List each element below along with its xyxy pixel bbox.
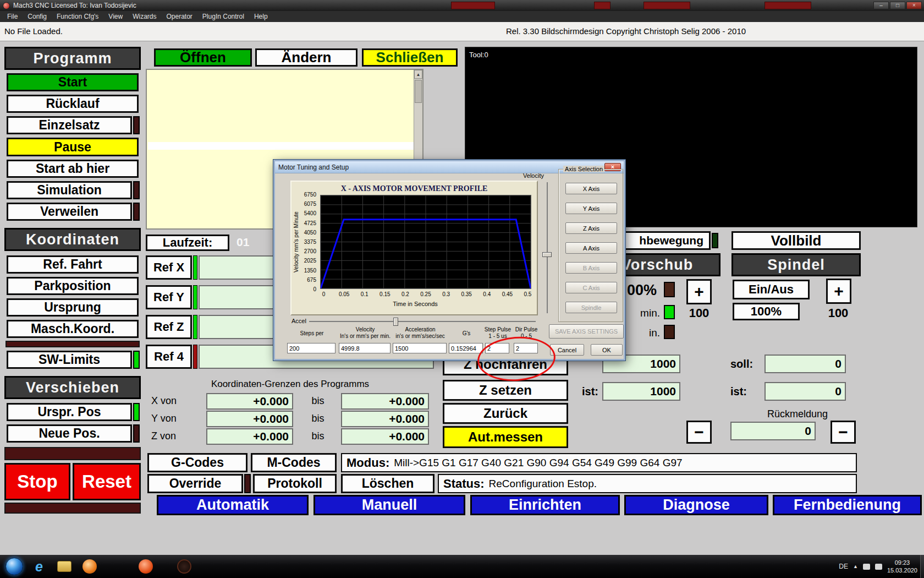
velocity-input[interactable] bbox=[339, 343, 391, 353]
menu-file[interactable]: File bbox=[2, 11, 23, 22]
aut-messen-button[interactable]: Aut.messen bbox=[443, 426, 568, 448]
protokoll-button[interactable]: Protokoll bbox=[253, 474, 337, 493]
acceleration-input[interactable] bbox=[393, 343, 447, 353]
start-ab-hier-button[interactable]: Start ab hier bbox=[7, 160, 139, 178]
vorschub-minus-button[interactable]: − bbox=[686, 421, 712, 444]
spindel-plus-button[interactable]: + bbox=[826, 279, 851, 304]
volume-icon[interactable] bbox=[875, 564, 882, 570]
g-codes-button[interactable]: G-Codes bbox=[147, 453, 248, 472]
m-codes-button[interactable]: M-Codes bbox=[251, 453, 337, 472]
tab-automatik[interactable]: Automatik bbox=[157, 495, 309, 515]
menu-help[interactable]: Help bbox=[249, 11, 273, 22]
minimize-icon[interactable]: – bbox=[873, 2, 889, 9]
menu-plugin-control[interactable]: PlugIn Control bbox=[197, 11, 249, 22]
language-indicator[interactable]: DE bbox=[839, 563, 848, 570]
maximize-icon[interactable]: □ bbox=[890, 2, 905, 9]
scrollbar-thumb[interactable] bbox=[415, 80, 422, 103]
ok-button[interactable]: OK bbox=[591, 344, 623, 356]
simulation-button[interactable]: Simulation bbox=[7, 181, 132, 199]
ie-glyph: e bbox=[35, 559, 43, 575]
y-tick-label: 5400 bbox=[304, 210, 316, 216]
velocity-slider[interactable] bbox=[547, 182, 548, 313]
ref-x-button[interactable]: Ref X bbox=[146, 255, 192, 280]
mach3-taskbar-icon[interactable] bbox=[177, 559, 191, 574]
urspr-pos-button[interactable]: Urspr. Pos bbox=[7, 403, 132, 421]
menubar: File Config Function Cfg's View Wizards … bbox=[0, 11, 924, 22]
explorer-folder-icon[interactable] bbox=[57, 559, 72, 574]
grenzen-x-bis-label: bis bbox=[306, 395, 330, 407]
einzelsatz-button[interactable]: Einzelsatz bbox=[7, 116, 132, 134]
close-icon[interactable]: × bbox=[906, 2, 922, 9]
ref-z-button[interactable]: Ref Z bbox=[146, 315, 192, 339]
start-orb-icon[interactable] bbox=[6, 558, 23, 575]
ref-y-button[interactable]: Ref Y bbox=[146, 285, 192, 309]
y-axis-button[interactable]: Y Axis bbox=[565, 203, 617, 214]
y-tick-label: 4050 bbox=[304, 230, 316, 236]
scroll-up-icon[interactable]: ▲ bbox=[414, 70, 422, 79]
show-desktop-button[interactable] bbox=[920, 555, 924, 578]
spindel-minus-button[interactable]: − bbox=[831, 421, 856, 444]
override-button[interactable]: Override bbox=[147, 474, 243, 493]
loeschen-button[interactable]: Löschen bbox=[341, 474, 435, 493]
ursprung-button[interactable]: Ursprung bbox=[7, 298, 139, 317]
ref-fahrt-button[interactable]: Ref. Fahrt bbox=[7, 255, 139, 274]
verweilen-button[interactable]: Verweilen bbox=[7, 203, 132, 221]
modus-box: Modus: Mill->G15 G1 G17 G40 G21 G90 G94 … bbox=[341, 453, 857, 472]
taskbar-clock[interactable]: 09:23 15.03.2020 bbox=[887, 559, 917, 574]
pause-button[interactable]: Pause bbox=[7, 138, 139, 156]
vollbild-button[interactable]: Vollbild bbox=[732, 231, 861, 250]
internet-explorer-icon[interactable]: e bbox=[32, 559, 46, 574]
grenzen-y-bis: +0.000 bbox=[341, 411, 429, 427]
menu-wizards[interactable]: Wizards bbox=[128, 11, 161, 22]
accel-slider-thumb[interactable] bbox=[393, 318, 398, 326]
z-axis-button[interactable]: Z Axis bbox=[565, 222, 617, 234]
laufzeit-button[interactable]: Laufzeit: bbox=[146, 235, 229, 251]
neue-pos-button[interactable]: Neue Pos. bbox=[7, 424, 132, 443]
tab-manuell[interactable]: Manuell bbox=[314, 495, 465, 515]
spindle-button[interactable]: Spindle bbox=[565, 302, 617, 313]
vorschub-unit-min: min. bbox=[627, 307, 660, 319]
b-axis-button[interactable]: B Axis bbox=[565, 262, 617, 274]
menu-operator[interactable]: Operator bbox=[162, 11, 197, 22]
vorschub-plus-button[interactable]: + bbox=[686, 279, 712, 304]
spindel-ein-aus-button[interactable]: Ein/Aus bbox=[733, 280, 810, 299]
ref-4-led bbox=[193, 345, 197, 369]
accel-slider[interactable] bbox=[309, 321, 536, 322]
chart-x-axis-label: Time in Seconds bbox=[292, 301, 539, 307]
zurueck-button[interactable]: Zurück bbox=[443, 403, 568, 424]
masch-koord-button[interactable]: Masch.Koord. bbox=[7, 320, 139, 338]
browser-ball-icon[interactable] bbox=[139, 559, 153, 574]
menu-function-cfgs[interactable]: Function Cfg's bbox=[52, 11, 103, 22]
ruecklauf-button[interactable]: Rücklauf bbox=[7, 95, 139, 113]
oeffnen-button[interactable]: Öffnen bbox=[154, 48, 252, 67]
menu-view[interactable]: View bbox=[103, 11, 128, 22]
chart-y-ticks: 6750607554004725405033752700202513506750 bbox=[292, 192, 318, 292]
tab-diagnose[interactable]: Diagnose bbox=[624, 495, 768, 515]
tray-expand-icon[interactable]: ▲ bbox=[853, 564, 858, 569]
schliessen-button[interactable]: Schließen bbox=[362, 48, 458, 67]
start-button[interactable]: Start bbox=[7, 73, 139, 91]
save-axis-settings-button[interactable]: SAVE AXIS SETTINGS bbox=[549, 324, 624, 339]
tab-einrichten[interactable]: Einrichten bbox=[470, 495, 620, 515]
velocity-slider-thumb[interactable] bbox=[542, 252, 552, 257]
koordinaten-header: Koordinaten bbox=[4, 228, 141, 251]
z-setzen-button[interactable]: Z setzen bbox=[443, 380, 568, 401]
parkposition-button[interactable]: Parkposition bbox=[7, 277, 139, 295]
reset-button[interactable]: Reset bbox=[73, 463, 141, 500]
gs-input[interactable] bbox=[449, 343, 483, 353]
sw-limits-button[interactable]: SW-Limits bbox=[7, 351, 132, 369]
steps-per-input[interactable] bbox=[287, 343, 336, 353]
ref-4-button[interactable]: Ref 4 bbox=[146, 345, 192, 369]
acceleration-field-sublabel: in's or mm's/sec/sec bbox=[387, 333, 453, 339]
tab-fernbedienung[interactable]: Fernbedienung bbox=[773, 495, 922, 515]
a-axis-button[interactable]: A Axis bbox=[565, 242, 617, 254]
media-player-icon[interactable] bbox=[82, 559, 97, 574]
aendern-button[interactable]: Ändern bbox=[255, 48, 358, 67]
x-axis-button[interactable]: X Axis bbox=[565, 183, 617, 194]
axis-selection-legend: Axis Selection bbox=[563, 166, 604, 172]
network-icon[interactable] bbox=[863, 564, 870, 570]
c-axis-button[interactable]: C Axis bbox=[565, 282, 617, 293]
stop-button[interactable]: Stop bbox=[4, 463, 70, 500]
menu-config[interactable]: Config bbox=[23, 11, 52, 22]
spindel-pct-button[interactable]: 100% bbox=[733, 303, 800, 320]
